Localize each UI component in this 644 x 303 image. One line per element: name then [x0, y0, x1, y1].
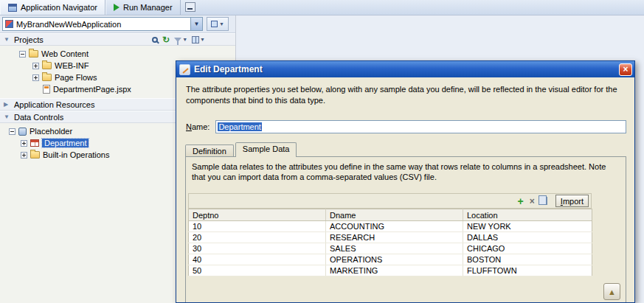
tab-label: Run Manager: [123, 3, 173, 12]
cell-location[interactable]: DALLAS: [463, 232, 592, 243]
tree-item-label: Built-in Operations: [43, 150, 110, 159]
add-row-button[interactable]: +: [518, 197, 524, 206]
collapse-box-icon[interactable]: [19, 51, 26, 58]
cell-location[interactable]: FLUFFTOWN: [463, 265, 592, 276]
scroll-up-button[interactable]: ▲: [603, 283, 620, 300]
dialog-title: Edit Department: [194, 64, 263, 74]
projects-toolbar: ↻ ▼ ▼: [152, 36, 205, 43]
workspace-select[interactable]: MyBrandNewWebApplication ▼: [2, 17, 203, 31]
delete-row-button[interactable]: ×: [530, 197, 535, 206]
expand-box-icon[interactable]: [32, 74, 39, 81]
tab-application-navigator[interactable]: Application Navigator: [0, 0, 105, 15]
cell-location[interactable]: BOSTON: [463, 254, 592, 265]
cell-dname[interactable]: SALES: [326, 243, 463, 254]
cell-dname[interactable]: RESEARCH: [326, 232, 463, 243]
tab-label: Sample Data: [243, 144, 290, 153]
dialog-tabs: Definition Sample Data: [185, 142, 297, 157]
column-header-deptno[interactable]: Deptno: [189, 209, 326, 221]
edit-pencil-icon: [179, 64, 190, 75]
window-tabstrip: Application Navigator Run Manager: [0, 0, 644, 15]
refresh-button[interactable]: ↻: [162, 36, 170, 43]
columns-icon: [192, 36, 199, 43]
cell-deptno[interactable]: 20: [189, 232, 326, 243]
dialog-description: The attribute properties you set below, …: [186, 84, 627, 106]
expand-icon[interactable]: ▶: [4, 101, 10, 108]
sample-data-description: Sample data relates to the attributes yo…: [192, 161, 620, 182]
table-row: 20 RESEARCH DALLAS: [189, 232, 592, 243]
jspx-page-icon: [43, 85, 50, 94]
tree-item-label: Page Flows: [55, 73, 97, 82]
sample-table-toolbar: + × Import: [188, 193, 592, 209]
data-controls-header-label: Data Controls: [14, 113, 63, 122]
table-data-icon: [30, 139, 39, 147]
folder-icon: [30, 151, 40, 159]
navigator-display-options-button[interactable]: ▼: [207, 17, 229, 31]
copy-icon[interactable]: [541, 197, 547, 205]
table-row: 10 ACCOUNTING NEW YORK: [189, 221, 592, 232]
minimize-button[interactable]: [185, 2, 195, 12]
collapse-icon[interactable]: ▼: [4, 114, 10, 120]
refresh-icon: ↻: [162, 36, 170, 43]
filter-button[interactable]: ▼: [174, 37, 187, 42]
table-row: 50 MARKETING FLUFFTOWN: [189, 265, 592, 276]
cell-deptno[interactable]: 40: [189, 254, 326, 265]
sample-data-tab-panel: Sample data relates to the attributes yo…: [185, 156, 626, 302]
sample-data-table: Deptno Dname Location 10 ACCOUNTING NEW …: [188, 209, 592, 276]
name-input-value: Department: [218, 122, 261, 131]
data-control-icon: [18, 128, 27, 136]
tab-definition[interactable]: Definition: [185, 144, 234, 157]
column-header-dname[interactable]: Dname: [326, 209, 463, 221]
dialog-titlebar[interactable]: Edit Department ×: [176, 61, 634, 77]
name-row: Name: Department: [186, 119, 626, 133]
cell-dname[interactable]: MARKETING: [326, 265, 463, 276]
collapse-icon[interactable]: ▼: [4, 36, 10, 43]
workspace-row: MyBrandNewWebApplication ▼ ▼: [0, 15, 235, 33]
up-arrow-icon: ▲: [608, 288, 616, 296]
folder-icon: [42, 74, 52, 81]
cell-deptno[interactable]: 10: [189, 221, 326, 232]
cell-dname[interactable]: ACCOUNTING: [326, 221, 463, 232]
sample-table-area: + × Import Deptno Dname Location: [188, 193, 592, 276]
folder-icon: [29, 50, 38, 58]
name-input[interactable]: Department: [215, 120, 626, 133]
close-button[interactable]: ×: [619, 63, 632, 76]
search-icon: [152, 37, 158, 43]
tree-item-label-selected: Department: [42, 139, 89, 147]
tab-run-manager[interactable]: Run Manager: [105, 0, 181, 15]
filter-icon: [174, 38, 181, 42]
column-header-location[interactable]: Location: [463, 209, 592, 221]
collapse-box-icon[interactable]: [9, 128, 15, 135]
cell-location[interactable]: NEW YORK: [463, 221, 592, 232]
application-navigator-icon: [8, 4, 17, 12]
chevron-down-icon: ▼: [182, 37, 187, 42]
tab-sample-data[interactable]: Sample Data: [235, 142, 297, 157]
cell-dname[interactable]: OPERATIONS: [326, 254, 463, 265]
run-icon: [114, 4, 120, 11]
table-row: 30 SALES CHICAGO: [189, 243, 592, 254]
cell-deptno[interactable]: 30: [189, 243, 326, 254]
table-header-row: Deptno Dname Location: [189, 209, 592, 221]
expand-box-icon[interactable]: [32, 63, 39, 69]
projects-section-header[interactable]: ▼ Projects ↻ ▼ ▼: [0, 33, 235, 46]
tree-item-label: WEB-INF: [55, 61, 89, 70]
tree-item-label: Placeholder: [30, 127, 72, 136]
tree-item-label: Web Content: [41, 49, 89, 58]
chevron-down-icon[interactable]: ▼: [190, 18, 202, 30]
cell-location[interactable]: CHICAGO: [463, 243, 592, 254]
workspace-select-value: MyBrandNewWebApplication: [16, 20, 187, 29]
expand-box-icon[interactable]: [21, 152, 27, 159]
window-icon: [211, 21, 218, 27]
tree-item-web-content[interactable]: Web Content: [0, 48, 235, 60]
edit-department-dialog: Edit Department × The attribute properti…: [176, 60, 635, 303]
folder-icon: [42, 62, 52, 69]
tab-label: Definition: [193, 147, 226, 156]
expand-box-icon[interactable]: [21, 140, 27, 147]
jdeveloper-window: Application Navigator Run Manager MyBran…: [0, 0, 644, 303]
view-options-button[interactable]: ▼: [192, 36, 205, 43]
application-icon: [5, 20, 13, 28]
import-button[interactable]: Import: [555, 195, 589, 207]
tab-label: Application Navigator: [21, 3, 97, 12]
cell-deptno[interactable]: 50: [189, 265, 326, 276]
tree-item-label: DepartmentPage.jspx: [53, 85, 131, 94]
search-button[interactable]: [152, 37, 158, 43]
